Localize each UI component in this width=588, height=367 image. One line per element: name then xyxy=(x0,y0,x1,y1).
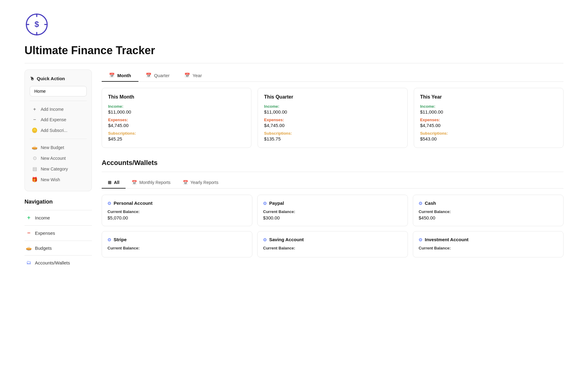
sidebar-item-budgets[interactable]: 🥧 Budgets xyxy=(24,243,92,253)
yearly-reports-tab-label: Yearly Reports xyxy=(190,180,218,185)
saving-balance-label: Current Balance: xyxy=(263,246,402,250)
quick-action-icon: 🖱 xyxy=(30,76,34,81)
tab-year[interactable]: 📅 Year xyxy=(177,69,209,82)
year-income-value: $11,000.00 xyxy=(420,109,557,114)
budgets-icon: 🥧 xyxy=(26,245,32,251)
card-icon: 🪙 xyxy=(32,127,38,133)
qa-add-expense[interactable]: − Add Expense xyxy=(30,114,87,125)
sidebar-item-accounts[interactable]: 🗂 Accounts/Wallets xyxy=(24,257,92,268)
summary-card-month: This Month Income: $11,000.00 Expenses: … xyxy=(102,88,251,148)
qa-divider-1 xyxy=(30,101,87,101)
quarter-tab-label: Quarter xyxy=(154,73,170,78)
qa-new-wish-label: New Wish xyxy=(41,177,60,182)
app-logo: $ xyxy=(24,12,564,37)
qa-new-wish[interactable]: 🎁 New Wish xyxy=(30,174,87,185)
year-expense-label: Expenses: xyxy=(420,118,557,122)
personal-balance-value: $5,070.00 xyxy=(107,215,247,220)
app-title: Ultimate Finance Tracker xyxy=(24,44,564,57)
nav-divider-4 xyxy=(24,255,92,256)
svg-text:$: $ xyxy=(35,20,39,29)
all-tab-icon: ⊞ xyxy=(108,180,111,185)
nav-expenses-label: Expenses xyxy=(35,230,55,236)
nav-divider-2 xyxy=(24,225,92,226)
qa-new-category-label: New Category xyxy=(41,167,68,171)
sidebar: 🖱 Quick Action Home + Add Income − Add E… xyxy=(24,69,92,268)
all-tab-label: All xyxy=(114,180,119,185)
qa-new-account[interactable]: ⊙ New Account xyxy=(30,153,87,163)
nav-divider xyxy=(24,210,92,210)
account-card-saving: ⊙ Saving Account Current Balance: xyxy=(257,231,408,257)
qa-add-subscription-label: Add Subscri... xyxy=(41,128,67,133)
quick-action-box: 🖱 Quick Action Home + Add Income − Add E… xyxy=(24,69,92,191)
year-sub-value: $543.00 xyxy=(420,136,557,141)
personal-balance-label: Current Balance: xyxy=(107,209,247,214)
nav-budgets-label: Budgets xyxy=(35,245,52,251)
nav-accounts-label: Accounts/Wallets xyxy=(35,260,70,265)
period-tabs: 📅 Month 📅 Quarter 📅 Year xyxy=(102,69,564,82)
year-expense-value: $4,745.00 xyxy=(420,123,557,128)
plus-icon: + xyxy=(32,107,38,112)
cash-account-icon: ⊙ xyxy=(419,201,422,206)
circle-icon: ⊙ xyxy=(32,155,38,161)
qa-add-income[interactable]: + Add Income xyxy=(30,104,87,114)
paypal-account-title: ⊙ Paypal xyxy=(263,200,402,206)
tab-monthly-reports[interactable]: 📅 Monthly Reports xyxy=(126,177,177,189)
quarter-income-value: $11,000.00 xyxy=(264,109,401,114)
month-sub-value: $45.25 xyxy=(108,136,245,141)
qa-new-budget-label: New Budget xyxy=(41,145,64,150)
investment-account-title: ⊙ Investment Account xyxy=(419,237,558,242)
qa-new-category[interactable]: ▤ New Category xyxy=(30,163,87,174)
personal-account-title: ⊙ Personal Account xyxy=(107,200,247,206)
list-icon: ▤ xyxy=(32,166,38,172)
expenses-icon: − xyxy=(26,230,32,236)
summary-year-title: This Year xyxy=(420,94,557,100)
account-card-cash: ⊙ Cash Current Balance: $450.00 xyxy=(413,195,564,226)
saving-account-icon: ⊙ xyxy=(263,237,267,242)
monthly-reports-tab-label: Monthly Reports xyxy=(139,180,171,185)
qa-add-subscription[interactable]: 🪙 Add Subscri... xyxy=(30,125,87,136)
sidebar-item-income[interactable]: + Income xyxy=(24,212,92,223)
quarter-tab-icon: 📅 xyxy=(146,73,152,78)
summary-quarter-title: This Quarter xyxy=(264,94,401,100)
accounts-icon: 🗂 xyxy=(26,260,32,265)
account-card-personal: ⊙ Personal Account Current Balance: $5,0… xyxy=(102,195,252,226)
account-card-stripe: ⊙ Stripe Current Balance: xyxy=(102,231,252,257)
saving-account-title: ⊙ Saving Account xyxy=(263,237,402,242)
summary-card-quarter: This Quarter Income: $11,000.00 Expenses… xyxy=(258,88,407,148)
personal-account-icon: ⊙ xyxy=(107,201,111,206)
gift-icon: 🎁 xyxy=(32,177,38,182)
quarter-sub-label: Subscriptions: xyxy=(264,131,401,136)
summary-month-title: This Month xyxy=(108,94,245,100)
accounts-section-title: Accounts/Wallets xyxy=(102,159,564,167)
month-tab-icon: 📅 xyxy=(109,73,115,78)
home-button[interactable]: Home xyxy=(30,86,87,96)
investment-account-icon: ⊙ xyxy=(419,237,422,242)
paypal-account-icon: ⊙ xyxy=(263,201,267,206)
paypal-balance-label: Current Balance: xyxy=(263,209,402,214)
stripe-balance-label: Current Balance: xyxy=(107,246,247,250)
minus-icon: − xyxy=(32,117,38,122)
tab-quarter[interactable]: 📅 Quarter xyxy=(138,69,177,82)
qa-add-expense-label: Add Expense xyxy=(41,117,66,122)
nav-section: Navigation + Income − Expenses 🥧 Budgets… xyxy=(24,199,92,268)
main-content: 📅 Month 📅 Quarter 📅 Year This Month Inco… xyxy=(102,69,564,268)
stripe-account-title: ⊙ Stripe xyxy=(107,237,247,242)
quarter-sub-value: $135.75 xyxy=(264,136,401,141)
monthly-reports-tab-icon: 📅 xyxy=(132,180,137,185)
paypal-balance-value: $300.00 xyxy=(263,215,402,220)
sidebar-item-expenses[interactable]: − Expenses xyxy=(24,227,92,239)
quarter-expense-label: Expenses: xyxy=(264,118,401,122)
year-tab-label: Year xyxy=(193,73,202,78)
nav-title: Navigation xyxy=(24,199,92,205)
quick-action-title: Quick Action xyxy=(37,76,65,81)
month-sub-label: Subscriptions: xyxy=(108,131,245,136)
tab-yearly-reports[interactable]: 📅 Yearly Reports xyxy=(177,177,224,189)
quarter-expense-value: $4,745.00 xyxy=(264,123,401,128)
accounts-divider xyxy=(102,172,564,172)
year-income-label: Income: xyxy=(420,104,557,109)
summary-card-year: This Year Income: $11,000.00 Expenses: $… xyxy=(414,88,564,148)
year-sub-label: Subscriptions: xyxy=(420,131,557,136)
qa-new-budget[interactable]: 🥧 New Budget xyxy=(30,142,87,153)
tab-month[interactable]: 📅 Month xyxy=(102,69,138,82)
tab-all[interactable]: ⊞ All xyxy=(102,177,126,189)
